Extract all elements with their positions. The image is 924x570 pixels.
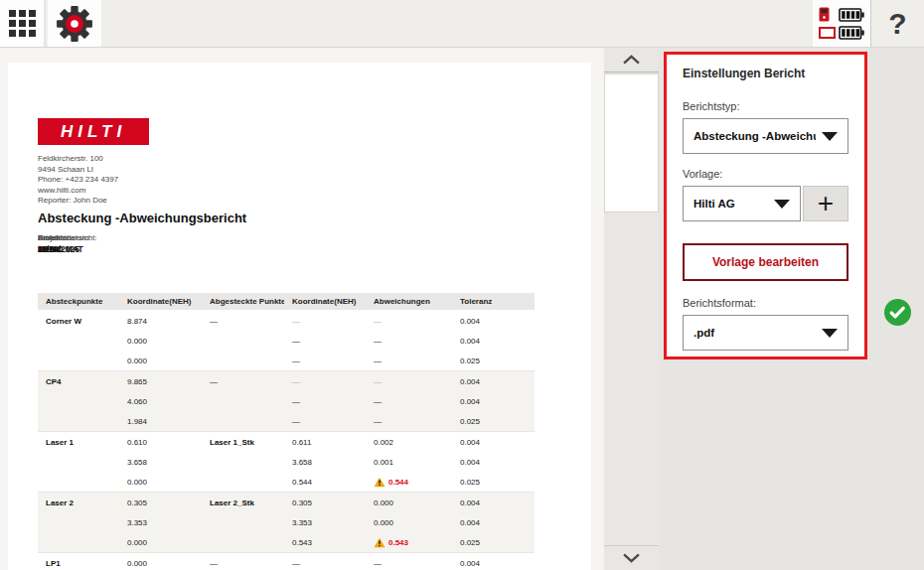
table-row: 0.000 0.543 0.543 0.025 — [38, 532, 535, 552]
cell-tolerance: 0.004 — [452, 337, 535, 346]
address-line: 9494 Schaan LI — [38, 165, 118, 176]
cell-deviation: 0.543 — [366, 537, 452, 548]
preview-scrollbar[interactable] — [604, 48, 659, 570]
cell-point: LP1 — [38, 559, 119, 568]
cell-tolerance: 0.004 — [452, 499, 535, 507]
cell-tolerance: 0.004 — [452, 559, 535, 568]
cell-deviation: — — [366, 559, 452, 568]
battery-full-icon — [839, 26, 864, 40]
berichtsformat-dropdown[interactable]: .pdf — [683, 315, 848, 351]
apps-menu-button[interactable] — [0, 0, 46, 47]
header-abgesteckte-punkte: Abgesteckte Punkte — [202, 297, 284, 306]
panel-title: Einstellungen Bericht — [683, 67, 848, 80]
cell-deviation: 0.000 — [366, 499, 452, 507]
table-row: 0.000 0.544 0.544 0.025 — [38, 472, 535, 492]
chevron-up-icon — [623, 55, 640, 65]
address-line: Reporter: John Doe — [38, 196, 118, 207]
cell-staked: — — [202, 559, 284, 568]
cell-staked: Laser 2_Stk — [202, 499, 284, 507]
table-row: 3.353 3.353 0.000 0.004 — [38, 512, 535, 532]
table-row: 3.658 3.658 0.001 0.004 — [38, 452, 535, 472]
settings-button[interactable] — [48, 0, 101, 47]
cell-coord1: 0.000 — [119, 559, 202, 568]
gear-icon — [56, 5, 93, 43]
table-row: LP1 0.000 — — — 0.004 — [38, 553, 535, 570]
vorlage-row: Hilti AG + — [683, 186, 848, 221]
cell-coord2: 0.305 — [284, 499, 366, 507]
cell-deviation: 0.000 — [366, 518, 452, 527]
report-settings-panel: Einstellungen Bericht Berichtstyp: Abste… — [664, 52, 867, 359]
cell-tolerance: 0.004 — [452, 518, 535, 527]
address-line: Phone: +423 234 4397 — [38, 175, 118, 186]
battery-full-icon — [839, 8, 864, 22]
cell-coord2: 0.543 — [284, 538, 366, 547]
header-absteckpunkte: Absteckpunkte — [38, 297, 119, 306]
confirm-button[interactable] — [884, 299, 911, 326]
table-row: 1.984 — — 0.025 — [38, 411, 535, 431]
target-plate-icon — [819, 27, 836, 39]
cell-coord2: 0.544 — [284, 478, 366, 487]
prism-status-row — [819, 26, 864, 40]
app-window: ? HILTI Feldkircherstr. 100 9494 Schaan … — [0, 0, 924, 570]
cell-coord2: — — [284, 337, 366, 346]
header-toleranz: Toleranz — [452, 297, 535, 306]
cell-tolerance: 0.004 — [452, 458, 535, 467]
cell-coord1: 0.305 — [119, 499, 202, 507]
deviation-exceeded-value: 0.543 — [388, 538, 408, 547]
chevron-down-icon — [822, 329, 838, 338]
cell-coord1: 0.610 — [119, 438, 202, 447]
cell-coord2: 0.611 — [284, 438, 366, 447]
cell-deviation: — — [366, 377, 452, 386]
cell-tolerance: 0.004 — [452, 438, 535, 447]
scrollbar-thumb[interactable] — [604, 73, 659, 213]
cell-coord1: 0.000 — [119, 538, 202, 547]
vorlage-value: Hilti AG — [693, 198, 768, 210]
cell-tolerance: 0.025 — [452, 538, 535, 547]
chevron-down-icon — [774, 200, 790, 209]
table-row: Corner W 8.874 — — — 0.004 — [38, 311, 535, 331]
edit-template-button[interactable]: Vorlage bearbeiten — [683, 243, 848, 281]
cell-deviation: — — [366, 317, 452, 326]
cell-point: Corner W — [38, 317, 119, 326]
cell-deviation: — — [366, 356, 452, 365]
cell-coord2: 3.353 — [284, 518, 366, 527]
berichtstyp-dropdown[interactable]: Absteckung -Abweichun — [683, 118, 848, 154]
berichtsformat-value: .pdf — [693, 327, 816, 339]
address-line: Feldkircherstr. 100 — [38, 154, 118, 165]
table-header-row: Absteckpunkte Koordinate(NEH) Abgesteckt… — [38, 293, 535, 310]
cell-coord2: 3.658 — [284, 458, 366, 467]
chevron-down-icon — [822, 132, 838, 141]
device-status-button[interactable] — [813, 0, 870, 47]
point-group-laser-1: Laser 1 0.610 Laser 1_Stk 0.611 0.002 0.… — [38, 432, 535, 493]
cell-tolerance: 0.004 — [452, 377, 535, 386]
cell-tolerance: 0.025 — [452, 417, 535, 426]
point-group-lp1: LP1 0.000 — — — 0.004 — [38, 553, 535, 570]
deviation-exceeded-value: 0.544 — [388, 478, 408, 487]
units-label: Einheiten: — [38, 233, 74, 242]
add-template-button[interactable]: + — [803, 186, 848, 221]
cell-coord2: — — [284, 559, 366, 568]
scroll-up-button[interactable] — [604, 48, 659, 72]
help-button[interactable]: ? — [870, 0, 924, 47]
cell-deviation: — — [366, 397, 452, 406]
table-body: Corner W 8.874 — — — 0.004 0.000 — — 0.0… — [38, 311, 535, 570]
cell-coord1: 0.000 — [119, 478, 202, 487]
cell-coord2: — — [284, 377, 366, 386]
cell-staked: — — [202, 377, 284, 386]
scroll-down-button[interactable] — [604, 545, 659, 570]
cell-coord1: 0.000 — [119, 337, 202, 346]
cell-point: Laser 1 — [38, 438, 119, 447]
company-address: Feldkircherstr. 100 9494 Schaan LI Phone… — [38, 154, 118, 207]
controller-status-row — [819, 7, 864, 22]
cell-coord1: 4.060 — [119, 397, 202, 406]
cell-coord1: 3.658 — [119, 458, 202, 467]
table-row: 0.000 — — 0.004 — [38, 331, 535, 351]
cell-point: Laser 2 — [38, 499, 119, 507]
cell-tolerance: 0.025 — [452, 478, 535, 487]
cell-deviation: 0.001 — [366, 458, 452, 467]
question-mark-icon: ? — [888, 7, 906, 41]
units-field: Einheiten: Meter — [38, 233, 74, 254]
cell-coord2: — — [284, 356, 366, 365]
vorlage-dropdown[interactable]: Hilti AG — [683, 186, 801, 221]
plus-icon: + — [818, 188, 834, 219]
